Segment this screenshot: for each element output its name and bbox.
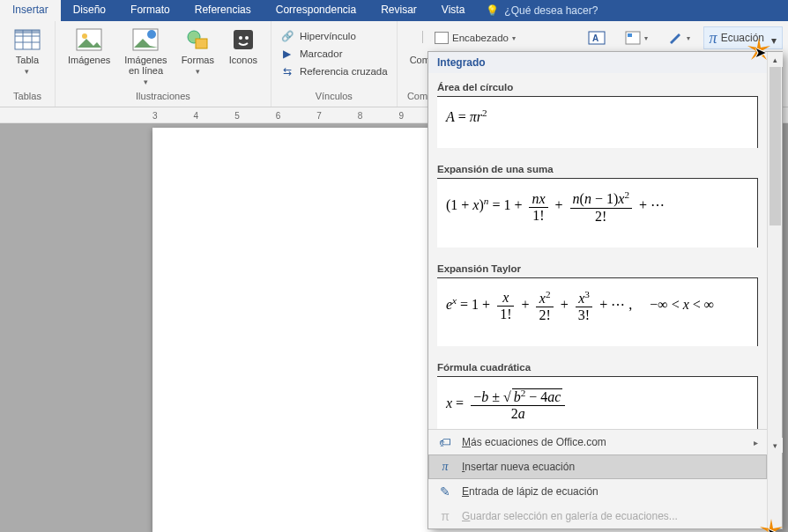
equation-preview: x = −b ± √b2 − 4ac 2a (437, 376, 758, 429)
ink-equation-label: Entrada de lápiz de ecuación (462, 485, 598, 498)
tell-me-search[interactable]: 💡 ¿Qué desea hacer? (477, 0, 606, 21)
icons-icon (229, 26, 257, 53)
chevron-down-icon: ▾ (512, 34, 516, 42)
encabezado-button[interactable]: Encabezado ▾ (428, 27, 522, 48)
chevron-right-icon: ▸ (754, 438, 758, 447)
scroll-thumb[interactable] (769, 67, 781, 225)
ecuacion-label: Ecuación (721, 32, 764, 44)
imagenes-en-linea-button[interactable]: Imágenesen línea▾ (119, 25, 172, 89)
group-label-ilustraciones: Ilustraciones (63, 91, 264, 105)
svg-rect-5 (15, 30, 40, 33)
pi-icon: π (437, 460, 453, 474)
encabezado-label: Encabezado (452, 33, 509, 43)
save-selection-label: Guardar selección en galería de ecuacion… (462, 510, 678, 522)
pi-icon: π (710, 29, 717, 48)
save-selection-button: π Guardar selección en galería de ecuaci… (428, 504, 767, 528)
svg-point-9 (147, 30, 156, 39)
dropdown-header: Integrado (428, 52, 767, 73)
group-tablas: Tabla▾ Tablas (0, 21, 56, 107)
chevron-down-icon: ▾ (771, 34, 777, 47)
svg-rect-20 (628, 33, 632, 37)
ruler-tick: 5 (234, 111, 240, 121)
iconos-label: Iconos (229, 55, 257, 65)
header-icon (435, 32, 449, 44)
iconos-button[interactable]: Iconos (223, 25, 264, 67)
formas-button[interactable]: Formas▾ (176, 25, 219, 78)
equation-item-expansion-sum[interactable]: Expansión de una suma (1 + x)n = 1 + nx1… (428, 155, 767, 254)
ruler-tick: 3 (152, 111, 158, 121)
group-ilustraciones: Imágenes Imágenesen línea▾ Formas▾ Icono… (56, 21, 271, 107)
equation-preview: ex = 1 + x1! + x22! + x33! + ⋯ , −∞ < x … (437, 277, 758, 346)
ruler-tick: 6 (276, 111, 281, 121)
ruler-tick: 7 (316, 111, 322, 121)
equation-title: Expansión de una suma (437, 164, 758, 174)
svg-point-14 (245, 36, 249, 40)
chevron-down-icon: ▾ (687, 34, 690, 42)
equation-preview: (1 + x)n = 1 + nx1! + n(n − 1)x22! + ⋯ (437, 178, 758, 247)
insert-new-equation-button[interactable]: π Insertar nueva ecuación (428, 454, 767, 479)
link-icon: 🔗 (280, 30, 294, 42)
pen-icon (667, 31, 683, 45)
shapes-icon (183, 26, 212, 53)
equation-item-area-circle[interactable]: Área del círculo A = πr2 (428, 73, 767, 155)
imagenes-label: Imágenes (68, 55, 110, 65)
chevron-down-icon: ▾ (644, 34, 648, 42)
ecuacion-button[interactable]: π Ecuación ▾ (703, 26, 783, 49)
tell-me-placeholder: ¿Qué desea hacer? (504, 4, 598, 17)
group-vinculos: 🔗 Hipervínculo ▶ Marcador ⇆ Referencia c… (271, 21, 398, 107)
chevron-down-icon: ▾ (144, 78, 148, 86)
svg-rect-12 (234, 30, 253, 49)
tab-referencias[interactable]: Referencias (182, 0, 264, 21)
hipervinculo-button[interactable]: 🔗 Hipervínculo (279, 28, 390, 44)
tab-diseno[interactable]: Diseño (61, 0, 118, 21)
textbox-button[interactable]: A (582, 27, 612, 48)
formas-label: Formas▾ (182, 55, 214, 77)
imagenes-button[interactable]: Imágenes (63, 25, 115, 67)
referencia-cruzada-label: Referencia cruzada (300, 66, 388, 77)
ink-icon: ✎ (437, 484, 453, 499)
tab-correspondencia[interactable]: Correspondencia (264, 0, 368, 21)
tab-formato[interactable]: Formato (118, 0, 182, 21)
crossref-icon: ⇆ (280, 65, 294, 78)
equation-preview: A = πr2 (437, 96, 758, 148)
quickparts-icon (625, 31, 641, 45)
imagenes-en-linea-label: Imágenesen línea▾ (124, 55, 167, 87)
dropdown-footer: 🏷 Más ecuaciones de Office.com ▸ π Inser… (428, 429, 767, 528)
quickparts-button[interactable]: ▾ (619, 27, 654, 48)
dropdown-scrollbar[interactable]: ▴ ▾ (767, 52, 782, 528)
ink-equation-button[interactable]: ✎ Entrada de lápiz de ecuación (428, 479, 767, 504)
svg-point-7 (82, 33, 87, 39)
insert-new-equation-label: Insertar nueva ecuación (462, 461, 575, 473)
equation-title: Fórmula cuadrática (437, 362, 758, 373)
chevron-down-icon: ▾ (196, 67, 200, 76)
svg-text:A: A (592, 33, 598, 43)
group-label-tablas: Tablas (7, 91, 48, 105)
tabla-label: Tabla (16, 55, 39, 65)
ruler-tick: 9 (398, 111, 404, 121)
save-gallery-icon: π (437, 509, 453, 523)
picture-icon (75, 26, 103, 53)
ribbon-tabs: Insertar Diseño Formato Referencias Corr… (0, 0, 788, 21)
marcador-label: Marcador (300, 48, 343, 59)
scroll-up-button[interactable]: ▴ (768, 52, 783, 67)
equation-gallery: Área del círculo A = πr2 Expansión de un… (428, 73, 767, 429)
equation-item-taylor[interactable]: Expansión Taylor ex = 1 + x1! + x22! + x… (428, 255, 767, 353)
tabla-button[interactable]: Tabla▾ (7, 25, 48, 78)
equation-title: Expansión Taylor (437, 263, 758, 274)
more-equations-label: Más ecuaciones de Office.com (462, 436, 606, 448)
equation-dropdown: Integrado Área del círculo A = πr2 Expan… (427, 51, 783, 529)
scroll-down-button[interactable]: ▾ (768, 438, 783, 453)
tab-insertar[interactable]: Insertar (0, 0, 61, 21)
tab-vista[interactable]: Vista (429, 0, 477, 21)
svg-rect-11 (196, 39, 207, 48)
referencia-cruzada-button[interactable]: ⇆ Referencia cruzada (279, 63, 390, 79)
equation-item-quadratic[interactable]: Fórmula cuadrática x = −b ± √b2 − 4ac 2a (428, 353, 767, 429)
marcador-button[interactable]: ▶ Marcador (279, 46, 390, 62)
more-equations-office-button[interactable]: 🏷 Más ecuaciones de Office.com ▸ (428, 430, 767, 454)
ruler-tick: 8 (358, 111, 363, 121)
bulb-icon: 💡 (486, 4, 499, 17)
online-picture-icon (131, 26, 160, 53)
signature-button[interactable]: ▾ (661, 27, 696, 48)
svg-point-13 (239, 36, 242, 40)
tab-revisar[interactable]: Revisar (368, 0, 429, 21)
